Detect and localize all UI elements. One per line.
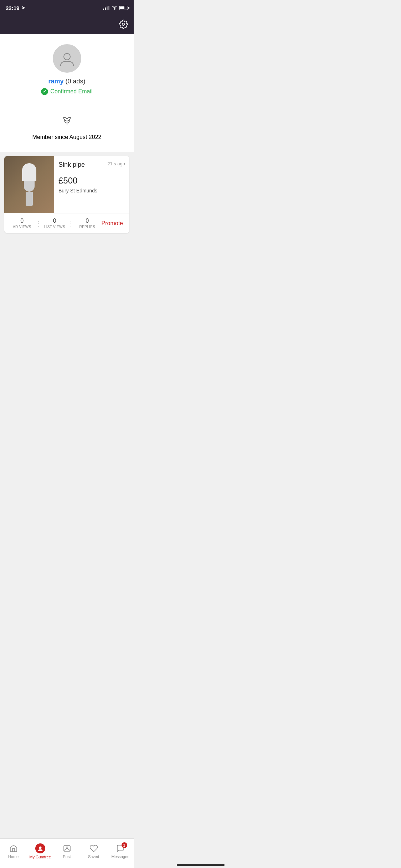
content-area: Sink pipe 21 s ago £500 Bury St Edmunds … [0, 152, 134, 237]
replies-count: 0 [86, 218, 89, 224]
list-views-label: LIST VIEWS [44, 225, 65, 229]
replies-stat: 0 REPLIES [74, 218, 100, 229]
tree-icon [60, 114, 74, 130]
list-views-stat: 0 LIST VIEWS [42, 218, 68, 229]
gumtree-icon [60, 114, 74, 128]
user-avatar-icon [59, 51, 75, 66]
ad-stats-bar: 0 AD VIEWS ⋮ 0 LIST VIEWS ⋮ 0 REPLIES Pr… [4, 213, 129, 233]
pipe-visual [19, 163, 40, 206]
ad-views-stat: 0 AD VIEWS [9, 218, 35, 229]
wifi-icon [112, 5, 117, 11]
username: ramy [48, 78, 63, 85]
confirmed-email-text: Confirmed Email [50, 88, 92, 95]
status-bar: 22:19 [0, 0, 134, 16]
ad-card[interactable]: Sink pipe 21 s ago £500 Bury St Edmunds … [4, 156, 129, 233]
ad-views-count: 0 [20, 218, 24, 224]
location-arrow-icon [21, 6, 26, 10]
ad-price: £500 [58, 176, 125, 186]
promote-button[interactable]: Promote [100, 220, 124, 227]
app-header [0, 16, 134, 34]
member-since-text: Member since August 2022 [32, 134, 102, 140]
profile-section: ramy (0 ads) ✓ Confirmed Email [0, 34, 134, 104]
empty-content-area [0, 237, 134, 309]
ad-title: Sink pipe [58, 161, 85, 169]
signal-icon [103, 6, 109, 10]
ad-time: 21 s ago [104, 161, 125, 166]
ad-location: Bury St Edmunds [58, 188, 125, 193]
profile-name-row: ramy (0 ads) [48, 78, 85, 85]
stat-dot-2: ⋮ [67, 220, 74, 227]
list-views-count: 0 [53, 218, 56, 224]
check-circle-icon: ✓ [41, 88, 48, 95]
ad-image [4, 156, 54, 213]
svg-point-0 [114, 9, 115, 9]
gear-icon [119, 20, 128, 29]
status-time-area: 22:19 [6, 5, 26, 11]
ads-count: (0 ads) [66, 78, 86, 85]
time-display: 22:19 [6, 5, 19, 11]
svg-point-1 [122, 23, 125, 26]
svg-point-2 [64, 53, 70, 60]
member-since-section: Member since August 2022 [0, 104, 134, 152]
ad-info: Sink pipe 21 s ago £500 Bury St Edmunds [54, 156, 129, 213]
avatar [53, 44, 81, 73]
settings-button[interactable] [119, 20, 128, 30]
replies-label: REPLIES [79, 225, 95, 229]
confirmed-email-row: ✓ Confirmed Email [41, 88, 92, 95]
stat-dot-1: ⋮ [35, 220, 42, 227]
ad-card-body: Sink pipe 21 s ago £500 Bury St Edmunds [4, 156, 129, 213]
battery-icon [119, 6, 128, 10]
status-indicators [103, 5, 128, 11]
ad-views-label: AD VIEWS [13, 225, 31, 229]
sink-pipe-image [4, 156, 54, 213]
ad-header: Sink pipe 21 s ago [58, 161, 125, 169]
